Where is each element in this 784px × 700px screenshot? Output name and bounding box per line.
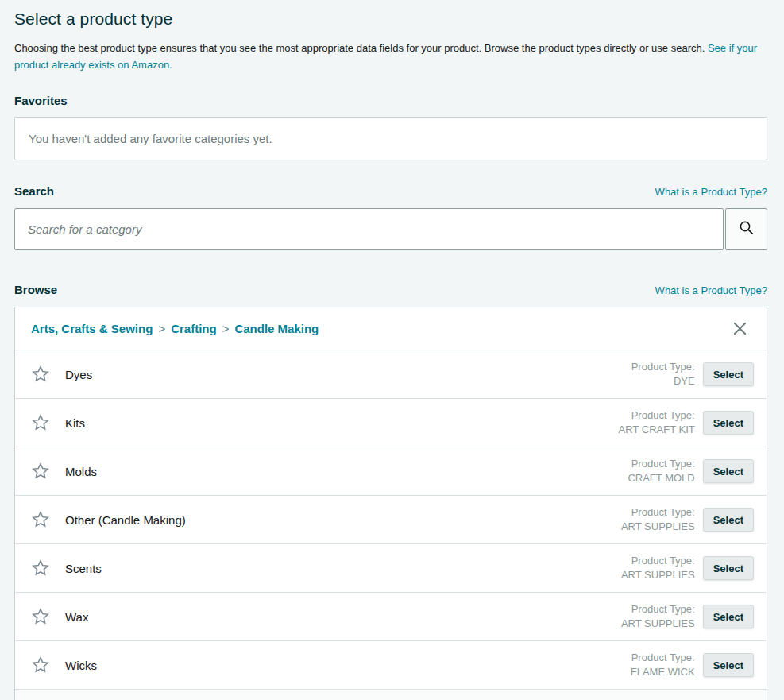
- search-input[interactable]: [14, 208, 724, 250]
- star-icon: [31, 568, 50, 580]
- product-type-info: Product Type: ART CRAFT KIT: [619, 408, 695, 437]
- page-content: Select a product type Choosing the best …: [0, 0, 784, 700]
- favorites-box: You haven't added any favorite categorie…: [14, 117, 767, 160]
- select-button[interactable]: Select: [703, 508, 754, 532]
- favorite-star-button[interactable]: [31, 607, 50, 626]
- category-name: Kits: [65, 416, 85, 430]
- category-name: Wax: [65, 610, 88, 624]
- breadcrumb: Arts, Crafts & Sewing>Crafting>Candle Ma…: [31, 322, 319, 335]
- star-icon: [31, 665, 50, 677]
- close-icon: [731, 328, 749, 340]
- search-heading: Search: [14, 184, 54, 198]
- search-button[interactable]: [725, 208, 767, 250]
- product-type-value: ART SUPPLIES: [621, 617, 695, 629]
- product-type-info: Product Type: ART SUPPLIES: [621, 554, 695, 582]
- table-row: Kits Product Type: ART CRAFT KIT Select: [15, 399, 767, 447]
- product-type-value: CRAFT MOLD: [628, 472, 694, 484]
- table-row-partial: [15, 690, 767, 700]
- product-type-value: ART SUPPLIES: [621, 520, 695, 532]
- product-type-label: Product Type:: [631, 361, 695, 373]
- product-type-info: Product Type: CRAFT MOLD: [628, 457, 694, 485]
- breadcrumb-separator: >: [153, 322, 171, 335]
- select-button[interactable]: Select: [703, 411, 754, 435]
- select-button[interactable]: Select: [703, 556, 754, 580]
- search-row: [14, 208, 767, 250]
- breadcrumb-item-candle-making[interactable]: Candle Making: [234, 322, 319, 335]
- product-type-value: FLAME WICK: [631, 666, 695, 678]
- favorite-star-button[interactable]: [31, 559, 50, 578]
- category-name: Dyes: [65, 368, 92, 381]
- breadcrumb-item-crafting[interactable]: Crafting: [171, 322, 217, 335]
- favorite-star-button[interactable]: [31, 656, 50, 675]
- product-type-info: Product Type: DYE: [631, 360, 695, 389]
- select-button[interactable]: Select: [703, 653, 754, 677]
- magnifier-icon: [738, 219, 755, 239]
- breadcrumb-item-arts-crafts-sewing[interactable]: Arts, Crafts & Sewing: [31, 322, 153, 335]
- table-row: Dyes Product Type: DYE Select: [15, 350, 767, 399]
- product-type-label: Product Type:: [631, 652, 695, 663]
- browse-heading: Browse: [14, 283, 57, 296]
- table-row: Wax Product Type: ART SUPPLIES Select: [15, 593, 767, 641]
- product-type-label: Product Type:: [631, 409, 695, 421]
- category-name: Wicks: [65, 659, 97, 672]
- product-type-value: DYE: [674, 375, 695, 387]
- product-type-info: Product Type: FLAME WICK: [631, 651, 695, 679]
- product-type-label: Product Type:: [631, 458, 695, 470]
- favorite-star-button[interactable]: [31, 462, 50, 481]
- search-header: Search What is a Product Type?: [14, 184, 767, 198]
- star-icon: [31, 520, 50, 532]
- favorite-star-button[interactable]: [31, 413, 50, 432]
- close-button[interactable]: [729, 318, 751, 339]
- table-row: Molds Product Type: CRAFT MOLD Select: [15, 447, 767, 496]
- product-type-label: Product Type:: [631, 506, 695, 518]
- product-type-label: Product Type:: [631, 555, 695, 567]
- favorites-heading: Favorites: [14, 94, 767, 107]
- browse-help-link[interactable]: What is a Product Type?: [655, 284, 767, 296]
- favorites-empty-message: You haven't added any favorite categorie…: [29, 132, 272, 145]
- category-name: Scents: [65, 562, 102, 575]
- page-description-text: Choosing the best product type ensures t…: [14, 42, 708, 54]
- product-type-info: Product Type: ART SUPPLIES: [621, 602, 695, 631]
- star-icon: [31, 374, 50, 386]
- favorite-star-button[interactable]: [31, 365, 50, 384]
- category-name: Other (Candle Making): [65, 513, 186, 527]
- browse-header: Browse What is a Product Type?: [14, 283, 767, 296]
- page-title: Select a product type: [14, 10, 767, 29]
- product-type-value: ART CRAFT KIT: [619, 423, 695, 435]
- browse-container: Arts, Crafts & Sewing>Crafting>Candle Ma…: [14, 307, 767, 700]
- favorite-star-button[interactable]: [31, 510, 50, 529]
- product-type-value: ART SUPPLIES: [621, 569, 695, 581]
- breadcrumb-row: Arts, Crafts & Sewing>Crafting>Candle Ma…: [15, 307, 767, 350]
- page-description: Choosing the best product type ensures t…: [14, 40, 767, 73]
- table-row: Other (Candle Making) Product Type: ART …: [15, 496, 767, 544]
- search-help-link[interactable]: What is a Product Type?: [655, 186, 767, 198]
- star-icon: [31, 423, 50, 435]
- star-icon: [31, 471, 50, 483]
- breadcrumb-separator: >: [217, 322, 235, 335]
- star-icon: [31, 617, 50, 628]
- select-button[interactable]: Select: [703, 605, 754, 628]
- product-type-label: Product Type:: [631, 603, 695, 615]
- table-row: Wicks Product Type: FLAME WICK Select: [15, 641, 767, 690]
- select-button[interactable]: Select: [703, 362, 754, 386]
- select-button[interactable]: Select: [703, 459, 754, 483]
- product-type-info: Product Type: ART SUPPLIES: [621, 505, 695, 534]
- table-row: Scents Product Type: ART SUPPLIES Select: [15, 544, 767, 593]
- category-name: Molds: [65, 465, 97, 478]
